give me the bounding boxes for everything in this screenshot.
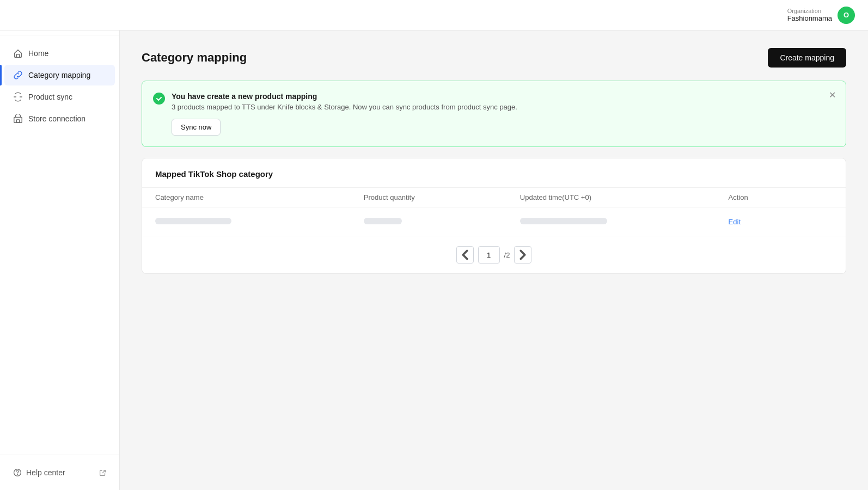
sidebar-item-store-connection[interactable]: Store connection bbox=[4, 108, 115, 129]
top-header: Organization Fashionmama O bbox=[0, 0, 868, 30]
action-cell: Edit bbox=[729, 217, 833, 226]
org-info: Organization Fashionmama O bbox=[787, 7, 855, 24]
sidebar-item-store-connection-label: Store connection bbox=[28, 114, 85, 123]
page-header: Category mapping Create mapping bbox=[142, 48, 846, 68]
col-updated-time: Updated time(UTC +0) bbox=[520, 193, 729, 201]
sidebar-item-category-mapping[interactable]: Category mapping bbox=[4, 65, 115, 85]
avatar: O bbox=[838, 7, 855, 24]
chevron-right-icon bbox=[515, 247, 531, 263]
sidebar-item-product-sync-label: Product sync bbox=[28, 93, 72, 101]
alert-title: You have create a new product mapping bbox=[172, 92, 835, 101]
alert-banner: You have create a new product mapping 3 … bbox=[142, 81, 846, 147]
col-category-name: Category name bbox=[155, 193, 364, 201]
link-icon bbox=[13, 70, 23, 80]
sidebar-item-category-mapping-label: Category mapping bbox=[28, 71, 90, 79]
updated-time-cell bbox=[520, 217, 729, 226]
store-icon bbox=[13, 114, 23, 124]
create-mapping-button[interactable]: Create mapping bbox=[768, 48, 846, 68]
svg-rect-7 bbox=[16, 120, 19, 122]
success-check-icon bbox=[153, 93, 165, 105]
pagination: /2 bbox=[142, 236, 846, 273]
col-product-quantity: Product quantity bbox=[364, 193, 520, 201]
skeleton-time bbox=[520, 218, 607, 224]
alert-description: 3 products mapped to TTS under Knife blo… bbox=[172, 103, 835, 111]
sidebar-item-product-sync[interactable]: Product sync bbox=[4, 87, 115, 107]
main-content: Category mapping Create mapping You have… bbox=[120, 30, 868, 490]
org-name: Fashionmama bbox=[787, 14, 832, 22]
org-label: Organization bbox=[787, 8, 832, 14]
chevron-left-icon bbox=[457, 247, 473, 263]
edit-link[interactable]: Edit bbox=[729, 218, 741, 226]
table-section-title: Mapped TikTok Shop category bbox=[142, 158, 846, 187]
col-action: Action bbox=[729, 193, 833, 201]
org-text: Organization Fashionmama bbox=[787, 8, 832, 22]
sidebar-footer: Help center bbox=[0, 455, 119, 490]
sidebar-item-home-label: Home bbox=[28, 49, 48, 58]
alert-close-button[interactable]: ✕ bbox=[828, 90, 837, 101]
sidebar-item-home[interactable]: Home bbox=[4, 43, 115, 64]
category-name-cell bbox=[155, 217, 364, 226]
refresh-icon bbox=[13, 92, 23, 102]
svg-point-9 bbox=[17, 475, 18, 475]
help-center-label: Help center bbox=[26, 468, 65, 477]
home-icon bbox=[13, 48, 23, 58]
page-title: Category mapping bbox=[142, 51, 247, 65]
alert-content: You have create a new product mapping 3 … bbox=[153, 92, 835, 136]
external-link-icon bbox=[99, 469, 106, 476]
help-circle-icon bbox=[13, 468, 22, 477]
skeleton-qty bbox=[364, 218, 402, 224]
next-page-button[interactable] bbox=[514, 246, 531, 264]
sidebar: automizely feed Home Category mapping bbox=[0, 0, 120, 490]
product-qty-cell bbox=[364, 217, 520, 226]
skeleton-category bbox=[155, 218, 231, 224]
table-header-row: Category name Product quantity Updated t… bbox=[142, 187, 846, 207]
page-number-input[interactable] bbox=[478, 246, 500, 264]
page-total: /2 bbox=[504, 251, 510, 259]
sidebar-nav: Home Category mapping Product sync bbox=[0, 35, 119, 455]
sync-now-button[interactable]: Sync now bbox=[172, 119, 221, 136]
table-row: Edit bbox=[142, 207, 846, 236]
content-area: Organization Fashionmama O Category mapp… bbox=[120, 0, 868, 490]
help-center-item[interactable]: Help center bbox=[9, 464, 111, 481]
table-card: Mapped TikTok Shop category Category nam… bbox=[142, 158, 846, 274]
prev-page-button[interactable] bbox=[456, 246, 474, 264]
alert-body: You have create a new product mapping 3 … bbox=[172, 92, 835, 136]
